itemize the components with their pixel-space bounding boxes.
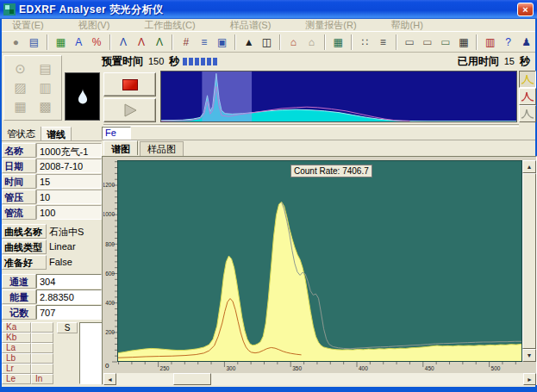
baseline-icon: ≡: [201, 37, 207, 47]
gray-peak-icon: [521, 108, 534, 120]
menu-item-1[interactable]: 设置(E): [2, 19, 54, 32]
cascade-windows-icon-button[interactable]: ◫: [259, 34, 275, 51]
overlay-spectrum-icon-button[interactable]: Λ: [151, 34, 167, 51]
print-icon: ▭: [404, 37, 414, 47]
element-list-icon-button[interactable]: ∷: [357, 34, 373, 51]
menubar: 设置(E)视图(V)工作曲线(C)样品谱(S)测量报告(R)帮助(H): [2, 19, 535, 32]
spectrum-preview[interactable]: [160, 71, 517, 122]
comm-settings-icon-button[interactable]: ▤: [26, 34, 42, 51]
line-label-Ka[interactable]: Ka: [2, 322, 31, 333]
stop-button[interactable]: [103, 72, 156, 96]
baseline-icon-button[interactable]: ≡: [196, 34, 212, 51]
info-label: 管压: [2, 190, 36, 204]
spectrum-plot[interactable]: Count Rate: 7406.7: [117, 160, 522, 362]
line-row: Kb: [2, 333, 55, 343]
line-extra[interactable]: [31, 364, 53, 374]
export-image-icon: ▣: [217, 37, 227, 47]
print-icon-button[interactable]: ▭: [402, 34, 418, 51]
standards-home-icon-button[interactable]: ⌂: [285, 34, 302, 51]
detail-list-icon-button[interactable]: ≡: [375, 34, 391, 51]
tab-spectral-lines[interactable]: 谱线: [41, 127, 72, 140]
vertical-scrollbar[interactable]: ▲ ▼: [522, 160, 536, 362]
copy-spectrum-icon[interactable]: ▨: [14, 81, 26, 95]
sphere-connect-icon-button[interactable]: ●: [8, 34, 24, 51]
element-line-listbox[interactable]: [79, 322, 103, 384]
horizontal-scroll-thumb[interactable]: [173, 373, 211, 385]
gain-adjust-icon-button[interactable]: ▦: [53, 34, 69, 51]
line-extra[interactable]: In: [31, 374, 53, 384]
start-button[interactable]: [103, 98, 156, 122]
line-label-La[interactable]: La: [2, 343, 31, 353]
measured-spectrum-fill: [118, 202, 521, 361]
horizontal-scroll-track[interactable]: [116, 373, 523, 385]
line-extra[interactable]: [31, 333, 53, 343]
sphere-connect-icon: ●: [13, 37, 19, 47]
vertical-scroll-thumb[interactable]: [522, 173, 536, 349]
samples-home-icon-button[interactable]: ⌂: [303, 34, 320, 51]
new-spectrum-icon-button[interactable]: Λ: [116, 34, 132, 51]
about-person-icon-button[interactable]: ♟: [518, 34, 534, 51]
toolbar-separator: [234, 34, 236, 50]
line-extra[interactable]: [31, 322, 53, 333]
manual-book-icon-button[interactable]: ▥: [482, 34, 498, 51]
preview-scale-buttons: [519, 71, 536, 122]
line-extra[interactable]: [31, 343, 53, 353]
menu-item-4[interactable]: 样品谱(S): [220, 19, 282, 32]
line-row: La: [2, 343, 55, 353]
titlebar[interactable]: EDXRF Analyser 荧光分析仪 ×: [0, 0, 537, 19]
expand-peak-button[interactable]: [519, 88, 536, 105]
context-help-icon-button[interactable]: ?: [500, 34, 516, 51]
line-label-Kb[interactable]: Kb: [2, 333, 31, 343]
calculator-icon-button[interactable]: ▦: [455, 34, 471, 51]
info-label: 准备好: [2, 255, 47, 270]
menu-item-6[interactable]: 帮助(H): [381, 19, 434, 32]
red-peak-icon: [521, 90, 534, 103]
hv-status-icon[interactable]: ▤: [39, 62, 51, 76]
print-setup-icon-button[interactable]: ▭: [420, 34, 436, 51]
line-label-Lr[interactable]: Lr: [2, 364, 31, 374]
info-label: 曲线类型: [2, 240, 47, 254]
horizontal-scrollbar[interactable]: ◄ ►: [103, 373, 536, 385]
info-row: 能量2.88350: [2, 289, 102, 304]
y-tick-label: 400: [105, 300, 115, 306]
scroll-up-button[interactable]: ▲: [522, 160, 536, 173]
element-selector[interactable]: Fe: [102, 127, 131, 140]
medium-icon[interactable]: ▩: [39, 100, 51, 114]
timer-icon[interactable]: ⊙: [15, 62, 26, 76]
export-image-icon-button[interactable]: ▣: [214, 34, 230, 51]
save-spectrum-icon[interactable]: ▦: [14, 100, 26, 114]
data-table-icon-button[interactable]: ▦: [330, 34, 347, 51]
tab-spectrum-chart[interactable]: 谱图: [103, 140, 138, 155]
toolbar-separator: [109, 34, 111, 50]
preset-time-unit: 秒: [169, 54, 179, 69]
shrink-peak-button[interactable]: [519, 105, 536, 122]
info-row: 曲线类型Linear: [2, 239, 102, 254]
info-value: 707: [36, 305, 102, 320]
info-row: 名称1000充气-1: [2, 142, 102, 158]
close-button[interactable]: ×: [517, 3, 534, 16]
toolbar: ●▤▦A%ΛΛΛ#≡▣▲◫⌂⌂▦∷≡▭▭▭▦▥?♟: [2, 32, 535, 53]
line-label-Le[interactable]: Le: [2, 374, 31, 384]
roi-grid-icon-button[interactable]: #: [178, 34, 194, 51]
scroll-left-button[interactable]: ◄: [103, 373, 116, 385]
menu-item-5[interactable]: 测量报告(R): [295, 19, 366, 32]
menu-item-2[interactable]: 视图(V): [68, 19, 121, 32]
menu-item-3[interactable]: 工作曲线(C): [134, 19, 205, 32]
comm-settings-icon: ▤: [29, 37, 39, 47]
autoscale-peak-button[interactable]: [519, 71, 536, 88]
scroll-right-button[interactable]: ►: [523, 373, 536, 385]
scroll-down-button[interactable]: ▼: [522, 349, 536, 362]
peak-search-icon-button[interactable]: ▲: [240, 34, 257, 51]
tab-sample-chart[interactable]: 样品图: [140, 141, 184, 156]
acquisition-row: 预置时间 150 秒 已用时间 15 秒: [102, 53, 535, 69]
energy-scale-icon-button[interactable]: A: [71, 34, 87, 51]
percent-ratio-icon-button[interactable]: %: [89, 34, 105, 51]
print-preview-icon-button[interactable]: ▭: [437, 34, 453, 51]
right-arrow-icon: ►: [527, 376, 533, 383]
line-label-Lb[interactable]: Lb: [2, 353, 31, 364]
line-extra[interactable]: [31, 353, 53, 364]
filter-icon[interactable]: ▥: [39, 81, 51, 95]
percent-ratio-icon: %: [92, 37, 102, 47]
delete-spectrum-icon-button[interactable]: Λ: [134, 34, 150, 51]
tab-tube-status[interactable]: 管状态: [2, 127, 41, 140]
